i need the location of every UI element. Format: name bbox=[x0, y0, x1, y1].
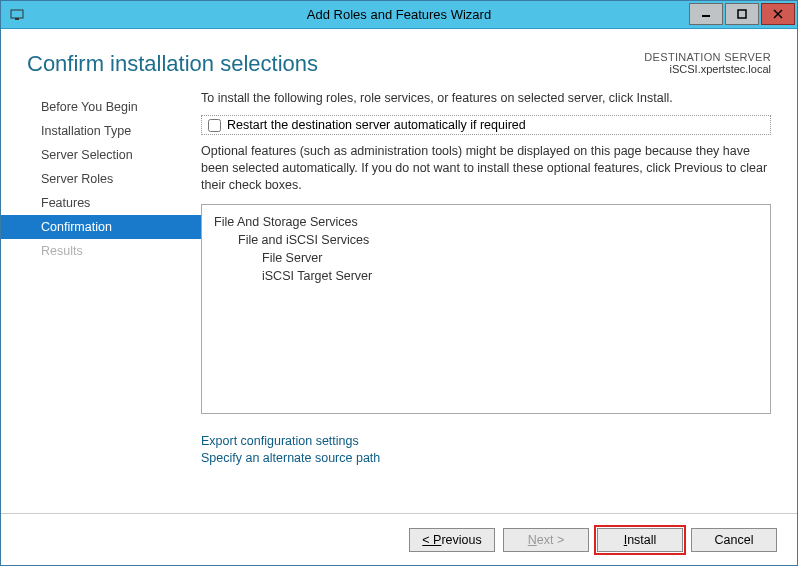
window-title: Add Roles and Features Wizard bbox=[1, 7, 797, 22]
header: Confirm installation selections DESTINAT… bbox=[1, 29, 797, 85]
page-title: Confirm installation selections bbox=[27, 51, 318, 77]
feature-lvl1: File and iSCSI Services bbox=[214, 233, 758, 247]
close-button[interactable] bbox=[761, 3, 795, 25]
links-block: Export configuration settings Specify an… bbox=[201, 434, 771, 468]
restart-checkbox-label: Restart the destination server automatic… bbox=[227, 118, 526, 132]
titlebar: Add Roles and Features Wizard bbox=[1, 1, 797, 29]
sidebar-item-results: Results bbox=[1, 239, 201, 263]
destination-label: DESTINATION SERVER bbox=[644, 51, 771, 63]
sidebar-item-server-roles[interactable]: Server Roles bbox=[1, 167, 201, 191]
maximize-button[interactable] bbox=[725, 3, 759, 25]
restart-checkbox[interactable] bbox=[208, 119, 221, 132]
destination-value: iSCSI.xpertstec.local bbox=[644, 63, 771, 75]
main-panel: To install the following roles, role ser… bbox=[201, 91, 797, 513]
destination-server-block: DESTINATION SERVER iSCSI.xpertstec.local bbox=[644, 51, 771, 77]
feature-lvl2-iscsi-target: iSCSI Target Server bbox=[214, 269, 758, 283]
alternate-source-link[interactable]: Specify an alternate source path bbox=[201, 451, 771, 465]
content-area: Confirm installation selections DESTINAT… bbox=[1, 29, 797, 565]
instruction-text: To install the following roles, role ser… bbox=[201, 91, 771, 105]
window-controls bbox=[689, 4, 797, 25]
wizard-window: Add Roles and Features Wizard Confirm in… bbox=[0, 0, 798, 566]
cancel-button[interactable]: Cancel bbox=[691, 528, 777, 552]
body: Before You Begin Installation Type Serve… bbox=[1, 85, 797, 513]
footer: < Previous Next > Install Cancel bbox=[1, 513, 797, 565]
feature-list: File And Storage Services File and iSCSI… bbox=[201, 204, 771, 414]
sidebar-item-before-you-begin[interactable]: Before You Begin bbox=[1, 95, 201, 119]
sidebar-item-features[interactable]: Features bbox=[1, 191, 201, 215]
optional-features-note: Optional features (such as administratio… bbox=[201, 143, 771, 194]
restart-checkbox-row[interactable]: Restart the destination server automatic… bbox=[201, 115, 771, 135]
svg-rect-3 bbox=[738, 10, 746, 18]
minimize-button[interactable] bbox=[689, 3, 723, 25]
next-button: Next > bbox=[503, 528, 589, 552]
sidebar-item-confirmation[interactable]: Confirmation bbox=[1, 215, 201, 239]
previous-button[interactable]: < Previous bbox=[409, 528, 495, 552]
install-button[interactable]: Install bbox=[597, 528, 683, 552]
feature-lvl2-file-server: File Server bbox=[214, 251, 758, 265]
svg-rect-0 bbox=[11, 10, 23, 18]
svg-rect-1 bbox=[15, 18, 19, 20]
server-manager-icon bbox=[7, 5, 27, 25]
feature-lvl0: File And Storage Services bbox=[214, 215, 758, 229]
sidebar-item-installation-type[interactable]: Installation Type bbox=[1, 119, 201, 143]
sidebar-item-server-selection[interactable]: Server Selection bbox=[1, 143, 201, 167]
export-config-link[interactable]: Export configuration settings bbox=[201, 434, 771, 448]
sidebar: Before You Begin Installation Type Serve… bbox=[1, 91, 201, 513]
